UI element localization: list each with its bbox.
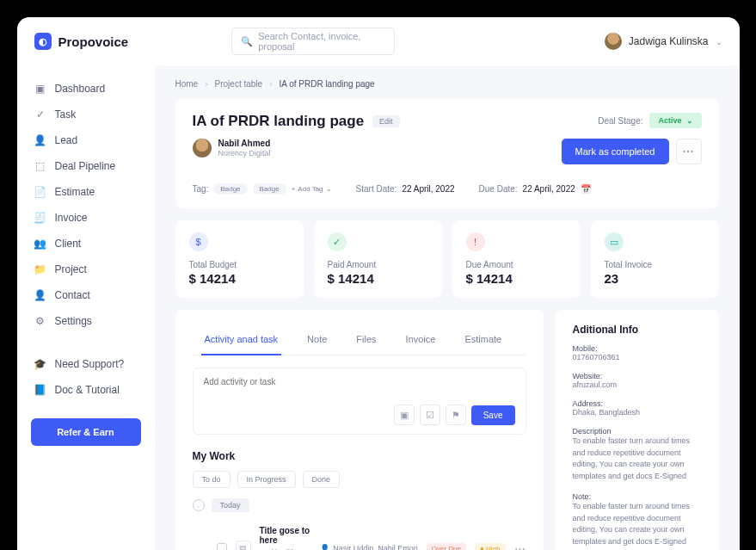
task-more-button[interactable]: ⋯ xyxy=(514,542,526,551)
docs-icon: 📘 xyxy=(34,384,46,396)
client-icon: 👥 xyxy=(34,238,46,250)
chevron-right-icon: › xyxy=(205,79,207,89)
note-icon: ▤ xyxy=(236,541,251,550)
refer-button[interactable]: Refer & Earn xyxy=(31,418,141,446)
sidebar-item-support[interactable]: 🎓Need Support? xyxy=(17,351,155,377)
flag-button[interactable]: ⚑ xyxy=(446,405,466,425)
sidebar-item-dashboard[interactable]: ▣Dashboard xyxy=(17,76,155,102)
website-value: afruzaul.com xyxy=(573,380,702,389)
author-org: Nurency Digital xyxy=(218,149,271,158)
user-menu[interactable]: Jadwiga Kulinska ⌄ xyxy=(605,33,722,50)
stat-value: 23 xyxy=(605,271,705,286)
sidebar-item-label: Project xyxy=(55,263,87,275)
app-shell: ◐ Propovoice 🔍 Search Contact, invoice, … xyxy=(17,17,740,550)
activity-input[interactable] xyxy=(204,377,515,401)
sidebar-item-project[interactable]: 📁Project xyxy=(17,256,155,282)
tab-note[interactable]: Note xyxy=(304,324,330,355)
chevron-down-icon: ⌄ xyxy=(716,37,722,46)
stat-label: Total Budget xyxy=(189,260,290,269)
add-tag-button[interactable]: + Add Tag ⌄ xyxy=(292,185,332,193)
chevron-down-icon: ⌄ xyxy=(686,116,693,125)
task-row: ▤ Title gose to here 🕐May 09, 12:30 PM-0… xyxy=(193,521,526,550)
start-date-label: Start Date: xyxy=(356,184,397,194)
deal-stage-select[interactable]: Active ⌄ xyxy=(649,113,701,128)
sidebar-item-settings[interactable]: ⚙Settings xyxy=(17,308,155,334)
mark-completed-button[interactable]: Mark as completed xyxy=(562,139,669,164)
tag-badge[interactable]: Badge xyxy=(213,183,247,195)
tab-files[interactable]: Files xyxy=(353,324,379,355)
sidebar-item-task[interactable]: ✓Task xyxy=(17,102,155,127)
stat-value: $ 14214 xyxy=(189,271,290,286)
search-input[interactable]: 🔍 Search Contact, invoice, proposal xyxy=(231,28,395,55)
sidebar-item-label: Task xyxy=(55,108,77,121)
sidebar-item-contact[interactable]: 👤Contact xyxy=(17,282,155,308)
task-title[interactable]: Title gose to here xyxy=(260,526,312,545)
calendar-button[interactable]: ▣ xyxy=(394,405,415,425)
note-value: To enable faster turn around times and r… xyxy=(573,501,702,547)
description-label: Description xyxy=(573,427,702,436)
author-name: Nabil Ahmed xyxy=(218,139,271,149)
save-button[interactable]: Save xyxy=(471,405,515,425)
start-date-value: 22 April, 2022 xyxy=(402,184,454,194)
search-placeholder: Search Contact, invoice, proposal xyxy=(258,31,385,52)
stat-total-invoice: ▭ Total Invoice 23 xyxy=(591,220,719,298)
sidebar-item-label: Settings xyxy=(55,315,92,327)
logo[interactable]: ◐ Propovoice xyxy=(34,33,129,50)
stat-label: Due Amount xyxy=(466,260,567,269)
tab-activity[interactable]: Activity anad task xyxy=(201,324,282,355)
dashboard-icon: ▣ xyxy=(34,83,46,95)
filter-done[interactable]: Done xyxy=(303,471,341,488)
sidebar-item-label: Invoice xyxy=(55,212,88,224)
more-actions-button[interactable]: ⋯ xyxy=(676,139,702,164)
address-label: Address: xyxy=(573,399,702,408)
tab-estimate[interactable]: Estimate xyxy=(461,324,505,355)
breadcrumb-current: IA of PRDR landing page xyxy=(279,79,374,89)
shield-alert-icon: ! xyxy=(466,232,485,251)
sidebar-item-deal-pipeline[interactable]: ⬚Deal Pipeline xyxy=(17,153,155,179)
user-name: Jadwiga Kulinska xyxy=(629,35,709,47)
sidebar-item-label: Deal Pipeline xyxy=(55,160,116,172)
description-value: To enable faster turn around times and r… xyxy=(573,436,702,482)
due-date-value: 22 April, 2022 xyxy=(523,184,575,194)
stat-due-amount: ! Due Amount $ 14214 xyxy=(452,220,581,298)
dollar-icon: $ xyxy=(189,232,208,251)
task-icon: ✓ xyxy=(34,108,46,121)
activity-composer: ▣ ☑ ⚑ Save xyxy=(193,368,526,435)
shield-check-icon: ✓ xyxy=(328,232,347,251)
today-label: Today xyxy=(212,498,249,512)
sidebar-item-label: Estimate xyxy=(55,186,95,198)
sidebar: ▣Dashboard ✓Task 👤Lead ⬚Deal Pipeline 📄E… xyxy=(17,65,155,550)
filter-inprogress[interactable]: In Progress xyxy=(237,471,296,488)
chevron-down-icon[interactable]: ⌄ xyxy=(193,499,205,511)
breadcrumb-project-table[interactable]: Project table xyxy=(215,79,263,89)
mobile-label: Mobile: xyxy=(573,344,702,353)
main: ▣Dashboard ✓Task 👤Lead ⬚Deal Pipeline 📄E… xyxy=(17,65,740,550)
add-tag-label: Add Tag xyxy=(298,185,323,193)
activity-card: Activity anad task Note Files Invoice Es… xyxy=(175,310,544,550)
tag-badge[interactable]: Badge xyxy=(253,183,286,195)
edit-button[interactable]: Edit xyxy=(372,115,400,127)
sidebar-item-lead[interactable]: 👤Lead xyxy=(17,127,155,153)
breadcrumb-home[interactable]: Home xyxy=(175,79,199,89)
sidebar-item-label: Dashboard xyxy=(55,83,106,95)
stats-row: $ Total Budget $ 14214 ✓ Paid Amount $ 1… xyxy=(175,220,719,298)
sidebar-item-estimate[interactable]: 📄Estimate xyxy=(17,179,155,205)
tab-invoice[interactable]: Invoice xyxy=(403,324,439,355)
sidebar-item-client[interactable]: 👥Client xyxy=(17,231,155,256)
checklist-button[interactable]: ☑ xyxy=(420,405,440,425)
website-label: Website: xyxy=(573,372,702,380)
sidebar-item-invoice[interactable]: 🧾Invoice xyxy=(17,205,155,231)
sidebar-item-label: Client xyxy=(55,238,82,250)
note-label: Note: xyxy=(573,492,702,501)
mywork-heading: My Work xyxy=(193,450,526,462)
calendar-icon[interactable]: 📅 xyxy=(581,184,591,194)
task-checkbox[interactable] xyxy=(217,543,227,550)
project-icon: 📁 xyxy=(34,263,46,275)
tabs: Activity anad task Note Files Invoice Es… xyxy=(193,324,526,355)
filter-todo[interactable]: To do xyxy=(193,471,230,488)
topbar: ◐ Propovoice 🔍 Search Contact, invoice, … xyxy=(17,17,740,65)
project-header-card: IA of PRDR landing page Edit Nabil Ahmed… xyxy=(175,99,719,208)
avatar xyxy=(605,33,622,50)
stat-label: Paid Amount xyxy=(328,260,428,269)
sidebar-item-docs[interactable]: 📘Doc & Tutorial xyxy=(17,377,155,403)
